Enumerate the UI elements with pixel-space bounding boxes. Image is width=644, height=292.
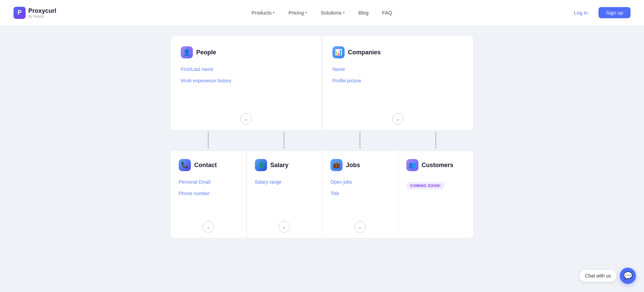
- jobs-field-title[interactable]: Title: [330, 191, 390, 196]
- header-actions: Log in Sign up: [567, 7, 631, 18]
- login-button[interactable]: Log in: [567, 7, 594, 18]
- people-title: People: [196, 49, 216, 56]
- contact-card: 📞 Contact Personal Email Phone number ⌄: [170, 151, 246, 238]
- jobs-expand-button[interactable]: ⌄: [354, 221, 366, 233]
- chat-icon: 💬: [623, 271, 633, 280]
- arrow-to-contact: ↓: [207, 132, 210, 149]
- chat-widget: Chat with us 💬: [580, 268, 636, 284]
- top-cards-row: 👤 People First/Last name Work experience…: [170, 36, 474, 130]
- jobs-card-header: 💼 Jobs: [330, 159, 390, 171]
- arrow-head: ↓: [207, 144, 210, 149]
- companies-icon: 📊: [332, 46, 345, 58]
- nav-faq[interactable]: FAQ: [377, 7, 398, 18]
- arrow-line: [208, 132, 209, 145]
- jobs-chevron-icon: ⌄: [358, 224, 362, 230]
- contact-title: Contact: [194, 162, 217, 169]
- connector-left-1: ↓: [170, 130, 246, 151]
- logo[interactable]: P Proxycurl By Nubela: [13, 7, 56, 19]
- arrow-head-4: ↓: [435, 144, 437, 149]
- salary-card-header: 💲 Salary: [255, 159, 314, 171]
- people-expand-button[interactable]: ⌄: [240, 113, 252, 125]
- header: P Proxycurl By Nubela Products ▾ Pricing…: [0, 0, 644, 26]
- nav-products[interactable]: Products ▾: [246, 7, 280, 18]
- people-field-name[interactable]: First/Last name: [181, 67, 312, 72]
- signup-button[interactable]: Sign up: [598, 7, 631, 18]
- nav-pricing[interactable]: Pricing ▾: [283, 7, 313, 18]
- main-content: 👤 People First/Last name Work experience…: [0, 26, 644, 292]
- arrow-head-3: ↓: [359, 144, 361, 149]
- nav-blog[interactable]: Blog: [353, 7, 374, 18]
- products-chevron-icon: ▾: [273, 10, 275, 15]
- companies-field-picture[interactable]: Profile picture: [332, 78, 463, 83]
- connector-right-2: ↓: [398, 130, 474, 151]
- companies-card: 📊 Companies Name Profile picture ⌄: [322, 36, 474, 130]
- salary-expand-button[interactable]: ⌄: [279, 221, 290, 233]
- connector-row: ↓ ↓ ↓ ↓: [170, 130, 474, 151]
- companies-expand-button[interactable]: ⌄: [392, 113, 404, 125]
- people-icon: 👤: [181, 46, 193, 58]
- pricing-chevron-icon: ▾: [305, 10, 307, 15]
- salary-title: Salary: [270, 162, 289, 169]
- customers-card: 👥 Customers COMING SOON!: [398, 151, 474, 238]
- people-card: 👤 People First/Last name Work experience…: [170, 36, 322, 130]
- logo-icon: P: [13, 7, 26, 19]
- coming-soon-badge: COMING SOON!: [406, 182, 445, 189]
- cards-layout: 👤 People First/Last name Work experience…: [170, 36, 474, 238]
- contact-card-header: 📞 Contact: [179, 159, 238, 171]
- solutions-chevron-icon: ▾: [343, 10, 345, 15]
- logo-text: Proxycurl By Nubela: [28, 7, 56, 18]
- arrow-head-2: ↓: [283, 144, 286, 149]
- arrow-to-customers: ↓: [435, 132, 437, 149]
- people-field-work[interactable]: Work experience history: [181, 78, 312, 83]
- contact-expand-button[interactable]: ⌄: [203, 221, 214, 233]
- nav-solutions[interactable]: Solutions ▾: [315, 7, 350, 18]
- companies-title: Companies: [348, 49, 381, 56]
- companies-card-header: 📊 Companies: [332, 46, 463, 58]
- salary-chevron-icon: ⌄: [282, 224, 286, 230]
- chat-label[interactable]: Chat with us: [580, 270, 616, 282]
- salary-card: 💲 Salary Salary range ⌄: [246, 151, 323, 238]
- people-card-header: 👤 People: [181, 46, 312, 58]
- people-chevron-icon: ⌄: [244, 116, 248, 122]
- chat-button[interactable]: 💬: [620, 268, 636, 284]
- salary-field-range[interactable]: Salary range: [255, 179, 314, 185]
- jobs-field-open[interactable]: Open jobs: [330, 179, 390, 185]
- companies-field-name[interactable]: Name: [332, 67, 463, 72]
- connector-left-2: ↓: [246, 130, 322, 151]
- customers-title: Customers: [422, 162, 453, 169]
- contact-icon: 📞: [179, 159, 191, 171]
- customers-icon: 👥: [406, 159, 418, 171]
- customers-card-header: 👥 Customers: [406, 159, 466, 171]
- arrow-to-jobs: ↓: [359, 132, 361, 149]
- arrow-line-2: [284, 132, 285, 145]
- jobs-card: 💼 Jobs Open jobs Title ⌄: [322, 151, 398, 238]
- jobs-icon: 💼: [330, 159, 343, 171]
- arrow-line-4: [436, 132, 436, 145]
- contact-field-email[interactable]: Personal Email: [179, 179, 238, 185]
- contact-field-phone[interactable]: Phone number: [179, 191, 238, 196]
- bottom-cards-row: 📞 Contact Personal Email Phone number ⌄ …: [170, 151, 474, 238]
- contact-chevron-icon: ⌄: [206, 224, 210, 230]
- salary-icon: 💲: [255, 159, 267, 171]
- jobs-title: Jobs: [346, 162, 360, 169]
- connector-right-1: ↓: [322, 130, 398, 151]
- arrow-line-3: [360, 132, 360, 145]
- main-nav: Products ▾ Pricing ▾ Solutions ▾ Blog FA…: [77, 7, 567, 18]
- companies-chevron-icon: ⌄: [396, 116, 400, 122]
- arrow-to-salary: ↓: [283, 132, 286, 149]
